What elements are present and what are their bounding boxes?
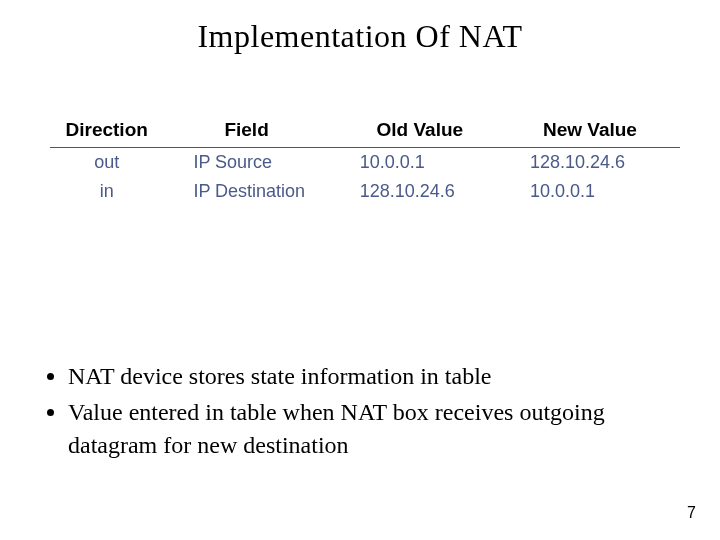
bullet-item: Value entered in table when NAT box rece…	[68, 396, 680, 461]
header-direction: Direction	[50, 115, 163, 148]
bullet-list: NAT device stores state information in t…	[40, 360, 680, 465]
page-number: 7	[687, 504, 696, 522]
header-field: Field	[163, 115, 339, 148]
cell-old: 128.10.24.6	[340, 177, 510, 206]
nat-table: Direction Field Old Value New Value out …	[50, 115, 680, 206]
cell-new: 10.0.0.1	[510, 177, 680, 206]
cell-field: IP Source	[163, 148, 339, 178]
slide: Implementation Of NAT Direction Field Ol…	[0, 0, 720, 540]
cell-direction: in	[50, 177, 163, 206]
header-new-value: New Value	[510, 115, 680, 148]
cell-direction: out	[50, 148, 163, 178]
table-header-row: Direction Field Old Value New Value	[50, 115, 680, 148]
cell-field: IP Destination	[163, 177, 339, 206]
slide-title: Implementation Of NAT	[0, 0, 720, 55]
header-old-value: Old Value	[340, 115, 510, 148]
bullet-item: NAT device stores state information in t…	[68, 360, 680, 392]
cell-new: 128.10.24.6	[510, 148, 680, 178]
table-row: in IP Destination 128.10.24.6 10.0.0.1	[50, 177, 680, 206]
cell-old: 10.0.0.1	[340, 148, 510, 178]
table-row: out IP Source 10.0.0.1 128.10.24.6	[50, 148, 680, 178]
